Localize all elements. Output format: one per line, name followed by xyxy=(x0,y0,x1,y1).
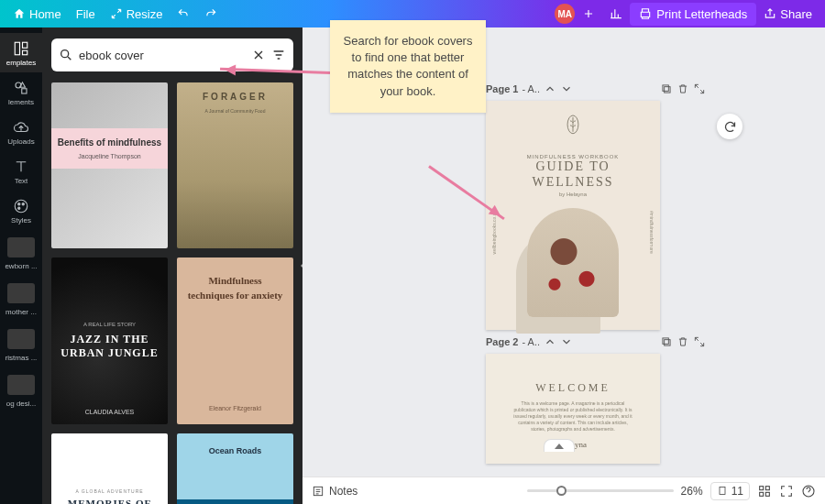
insights-button[interactable] xyxy=(602,4,630,24)
svg-rect-20 xyxy=(765,492,769,496)
chevron-up-icon[interactable] xyxy=(544,335,556,348)
notes-icon xyxy=(312,485,324,498)
expand-icon[interactable] xyxy=(693,82,706,95)
svg-point-8 xyxy=(18,207,20,209)
rail-recent-1-label: ewborn ... xyxy=(5,262,37,270)
svg-point-5 xyxy=(15,200,28,213)
page-header-1: Page 1 - A.. xyxy=(486,82,706,95)
notes-label: Notes xyxy=(329,485,358,498)
template-title: JAZZ IN THE URBAN JUNGLE xyxy=(59,333,160,360)
rail-recent-4-label: og desi... xyxy=(6,400,36,408)
svg-rect-13 xyxy=(665,340,670,345)
rail-recent-4[interactable]: og desi... xyxy=(0,367,42,413)
notes-button[interactable]: Notes xyxy=(312,485,358,498)
template-panel: Benefits of mindfulnessJacqueline Thomps… xyxy=(42,27,302,504)
print-label: Print Letterheads xyxy=(656,7,747,21)
page2-title: WELCOME xyxy=(535,381,610,395)
template-card[interactable]: A REAL LIFE STORYJAZZ IN THE URBAN JUNGL… xyxy=(51,257,168,423)
filter-icon[interactable] xyxy=(271,48,286,62)
annotation-text: Search for ebook covers to find one that… xyxy=(344,34,473,98)
svg-point-6 xyxy=(18,203,20,205)
rail-uploads-label: Uploads xyxy=(7,137,34,146)
bottom-bar: Notes 26% 11 xyxy=(302,477,825,504)
expand-icon[interactable] xyxy=(693,335,706,348)
template-card[interactable]: Ocean Roads xyxy=(177,433,293,504)
template-title: FORAGER xyxy=(203,92,268,102)
rail-recent-2[interactable]: mother ... xyxy=(0,276,42,322)
chevron-down-icon[interactable] xyxy=(560,82,573,95)
rail-uploads[interactable]: Uploads xyxy=(0,112,42,151)
template-title: MEMORIES OF THE SEA xyxy=(59,498,160,504)
rail-elements[interactable]: lements xyxy=(0,72,42,112)
share-button[interactable]: Share xyxy=(756,4,820,25)
elements-icon xyxy=(13,80,29,96)
duplicate-icon[interactable] xyxy=(660,82,673,95)
print-button[interactable]: Print Letterheads xyxy=(630,3,756,26)
fullscreen-icon[interactable] xyxy=(779,484,794,499)
rail-text[interactable]: Text xyxy=(0,151,42,191)
print-icon xyxy=(639,7,652,20)
svg-rect-16 xyxy=(720,487,725,494)
thumb-icon xyxy=(7,375,35,395)
trash-icon[interactable] xyxy=(676,335,689,348)
zoom-knob[interactable] xyxy=(556,486,566,496)
chevron-up-icon[interactable] xyxy=(544,82,556,95)
template-title: Benefits of mindfulness xyxy=(57,137,162,148)
rail-styles-label: Styles xyxy=(11,216,31,225)
template-card[interactable]: Mindfulness techniques for anxietyEleano… xyxy=(177,257,293,423)
rail-elements-label: lements xyxy=(8,98,34,106)
page-subtitle: - A.. xyxy=(522,83,540,94)
page1-byline: by Helayna xyxy=(559,192,587,197)
page2-body: This is a welcome page. A magazine is a … xyxy=(513,400,632,433)
resize-icon xyxy=(110,7,123,20)
rail-recent-3[interactable]: ristmas ... xyxy=(0,322,42,367)
rail-text-label: Text xyxy=(15,177,28,185)
grid-view-icon[interactable] xyxy=(757,484,772,499)
search-input[interactable] xyxy=(79,49,246,62)
svg-rect-10 xyxy=(665,87,670,93)
template-author: A Journal of Community Food xyxy=(205,108,266,114)
thumb-icon xyxy=(7,329,35,349)
avatar[interactable]: MA xyxy=(555,4,575,24)
help-icon[interactable] xyxy=(801,484,816,499)
plus-icon xyxy=(582,7,595,20)
add-member-button[interactable] xyxy=(575,4,602,24)
svg-rect-17 xyxy=(760,486,764,489)
resize-button[interactable]: Resize xyxy=(103,4,170,25)
svg-rect-18 xyxy=(765,486,769,489)
template-card[interactable]: A GLOBAL ADVENTUREMEMORIES OF THE SEAA R… xyxy=(51,433,168,504)
page-1-canvas[interactable]: MINDFULNESS WORKBOOK GUIDE TO WELLNESS b… xyxy=(486,101,660,330)
file-menu[interactable]: File xyxy=(69,4,103,25)
template-title: Ocean Roads xyxy=(209,446,262,455)
chevron-down-icon[interactable] xyxy=(560,335,573,348)
rail-styles[interactable]: Styles xyxy=(0,191,42,230)
search-icon xyxy=(59,48,73,62)
page-count[interactable]: 11 xyxy=(710,482,750,500)
page-tray-toggle[interactable] xyxy=(544,439,575,452)
styles-icon xyxy=(13,198,29,214)
duplicate-icon[interactable] xyxy=(660,335,673,348)
svg-rect-1 xyxy=(23,42,28,48)
rail-recent-1[interactable]: ewborn ... xyxy=(0,230,42,276)
page1-title: GUIDE TO WELLNESS xyxy=(499,159,647,191)
template-grid: Benefits of mindfulnessJacqueline Thomps… xyxy=(51,82,293,504)
home-button[interactable]: Home xyxy=(6,4,69,25)
thumb-icon xyxy=(7,237,35,257)
undo-button[interactable] xyxy=(170,4,197,24)
template-title: Mindfulness techniques for anxiety xyxy=(186,274,284,302)
trash-icon[interactable] xyxy=(676,82,689,95)
redo-button[interactable] xyxy=(197,4,225,24)
template-card[interactable]: FORAGERA Journal of Community Food xyxy=(177,82,293,248)
clear-icon[interactable] xyxy=(251,48,266,62)
refresh-button[interactable] xyxy=(717,114,742,139)
template-author: Jacqueline Thompson xyxy=(57,153,162,159)
zoom-slider[interactable] xyxy=(527,489,674,492)
rail-templates[interactable]: emplates xyxy=(0,33,42,72)
template-author: CLAUDIA ALVES xyxy=(85,409,135,415)
zoom-value: 26% xyxy=(681,485,703,498)
template-card[interactable]: Benefits of mindfulnessJacqueline Thomps… xyxy=(51,82,168,248)
svg-point-9 xyxy=(61,50,69,58)
home-icon xyxy=(13,7,26,20)
avatar-initials: MA xyxy=(558,9,573,19)
panel-collapse-handle[interactable] xyxy=(295,244,302,288)
